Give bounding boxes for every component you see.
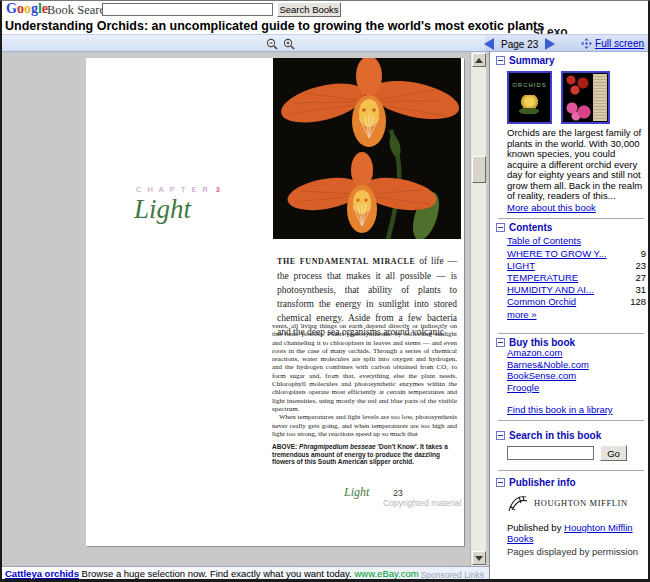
header-search-input[interactable]	[102, 3, 273, 16]
search-in-book-title: Search in this book	[509, 430, 601, 441]
full-screen-link[interactable]: Full screen	[595, 38, 644, 49]
toc-item-row: WHERE TO GROW Y...9	[507, 248, 646, 260]
separator	[498, 333, 644, 334]
summary-section-header: Summary	[496, 55, 555, 66]
toc-item-row: LIGHT23	[507, 260, 646, 272]
title-bar: Understanding Orchids: an uncomplicated …	[2, 18, 648, 34]
summary-text: Orchids are the largest family of plants…	[507, 128, 648, 213]
toc-item-row: Common Orchid128	[507, 296, 646, 308]
previous-page-button[interactable]	[484, 38, 494, 50]
more-about-book-link[interactable]: More about this book	[507, 203, 596, 214]
published-by-text: Published by Houghton Mifflin Books	[507, 522, 644, 544]
full-screen-icon[interactable]	[581, 38, 592, 49]
photo-caption: ABOVE: Phragmipedium besseae 'Don't Know…	[272, 443, 450, 466]
ad-text: Browse a huge selection now. Find exactl…	[79, 568, 354, 579]
collapse-buy-icon[interactable]	[496, 338, 505, 347]
toc-item-link[interactable]: LIGHT	[507, 260, 535, 272]
toc-item-page: 9	[641, 248, 646, 260]
search-section-header: Search in this book	[496, 430, 601, 441]
orchid-photo	[273, 58, 461, 239]
sponsored-links-label: Sponsored Links	[421, 568, 484, 582]
ad-link[interactable]: Cattleya orchids	[5, 568, 79, 579]
toc-item-page: 128	[630, 296, 646, 308]
toc-item-link[interactable]: TEMPERATURE	[507, 272, 578, 284]
ad-display-url: www.eBay.com	[354, 568, 418, 579]
separator	[498, 420, 644, 421]
zoom-out-icon[interactable]	[266, 38, 278, 50]
scrollbar-thumb[interactable]	[472, 156, 486, 183]
collapse-publisher-icon[interactable]	[496, 478, 505, 487]
toc-item-link[interactable]: WHERE TO GROW Y...	[507, 248, 607, 260]
houghton-mifflin-logo-icon	[506, 492, 530, 514]
toolbar: Page 23 Full screen	[2, 34, 648, 52]
page-navigation: Page 23	[484, 37, 555, 51]
body-text: vents, all living things on earth depend…	[272, 322, 457, 438]
sidebar: Summary ORCHIDS Orchids are the largest …	[489, 52, 650, 582]
copyright-notice: Copyrighted material	[383, 498, 461, 508]
summary-title: Summary	[509, 55, 555, 66]
contents-list: WHERE TO GROW Y...9 LIGHT23 TEMPERATURE2…	[507, 248, 646, 308]
scroll-up-button[interactable]	[472, 53, 486, 67]
page-title: Understanding Orchids: an uncomplicated …	[5, 19, 544, 33]
full-screen-control: Full screen	[581, 38, 644, 49]
up-arrow-icon	[475, 58, 483, 63]
collapse-summary-icon[interactable]	[496, 56, 505, 65]
buy-links: Amazon.com Barnes&Noble.com BookSense.co…	[507, 347, 589, 393]
chapter-title: Light	[134, 194, 191, 225]
toc-item-page: 23	[635, 260, 646, 272]
contents-section-header: Contents	[496, 222, 552, 233]
publisher-info-title: Publisher info	[509, 477, 576, 488]
book-cover-thumbnail[interactable]: ORCHIDS	[507, 71, 552, 124]
zoom-in-icon[interactable]	[283, 38, 295, 50]
publisher-logo-text: HOUGHTON MIFFLIN	[534, 498, 628, 508]
next-page-button[interactable]	[545, 38, 555, 50]
publisher-logo: HOUGHTON MIFFLIN	[506, 492, 628, 514]
search-in-book-input[interactable]	[507, 446, 594, 460]
separator	[498, 218, 644, 219]
barnes-noble-link[interactable]: Barnes&Noble.com	[507, 359, 589, 371]
froogle-link[interactable]: Froogle	[507, 382, 589, 394]
google-book-search-window: Google Book Search Search Books Understa…	[0, 0, 650, 582]
chapter-label: CHAPTER3	[136, 185, 220, 194]
page-number-label: Page 23	[501, 39, 538, 50]
collapse-contents-icon[interactable]	[496, 223, 505, 232]
go-button[interactable]: Go	[600, 445, 627, 461]
back-cover-thumbnail[interactable]	[561, 71, 610, 124]
collapse-search-icon[interactable]	[496, 431, 505, 440]
permission-text: Pages displayed by permission	[507, 546, 647, 557]
toc-item-row: TEMPERATURE27	[507, 272, 646, 284]
amazon-link[interactable]: Amazon.com	[507, 347, 589, 359]
toc-item-page: 31	[635, 284, 646, 296]
separator	[498, 470, 644, 471]
down-arrow-icon	[475, 556, 483, 561]
table-of-contents-link[interactable]: Table of Contents	[507, 235, 581, 246]
toc-item-row: HUMIDITY AND AI...31	[507, 284, 646, 296]
contents-more-link[interactable]: more »	[507, 309, 537, 320]
book-page: CHAPTER3 Light	[86, 58, 464, 546]
scroll-down-button[interactable]	[472, 551, 486, 565]
header: Google Book Search Search Books	[2, 1, 648, 18]
sponsored-ad-bar: Cattleya orchids Browse a huge selection…	[2, 566, 489, 581]
booksense-link[interactable]: BookSense.com	[507, 370, 589, 382]
publisher-section-header: Publisher info	[496, 477, 576, 488]
toc-item-link[interactable]: Common Orchid	[507, 296, 576, 308]
contents-title: Contents	[509, 222, 552, 233]
find-in-library-link[interactable]: Find this book in a library	[507, 404, 613, 415]
book-viewer: CHAPTER3 Light	[2, 52, 489, 566]
toc-item-link[interactable]: HUMIDITY AND AI...	[507, 284, 594, 296]
search-books-button[interactable]: Search Books	[277, 2, 341, 17]
viewer-scrollbar[interactable]	[470, 52, 486, 566]
toc-item-page: 27	[635, 272, 646, 284]
google-logo: Google	[6, 1, 48, 17]
